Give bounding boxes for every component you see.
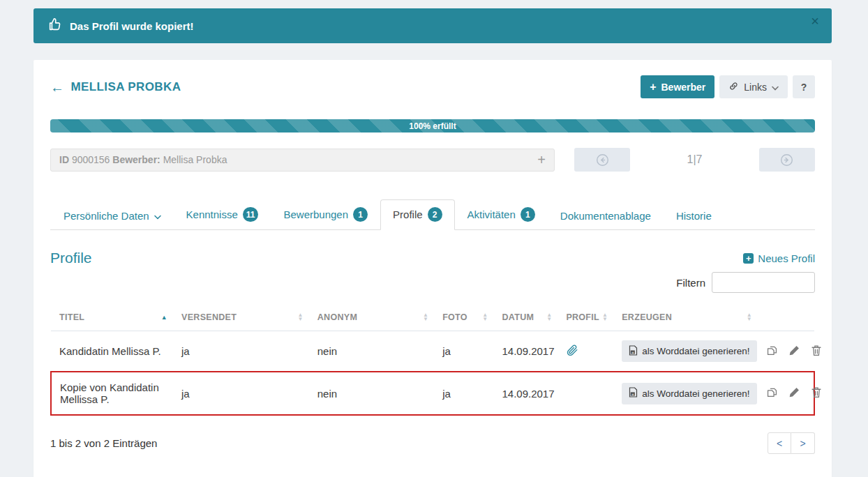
word-file-icon: w [629, 345, 638, 358]
sort-icon: ▲▼ [546, 313, 552, 321]
cell-profil [558, 331, 613, 372]
record-pager: 1|7 [687, 153, 703, 166]
tab-label: Aktivitäten [467, 209, 516, 220]
entries-summary: 1 bis 2 von 2 Einträgen [50, 437, 157, 449]
next-record-button[interactable] [759, 148, 815, 172]
profiles-table: TITEL ▲ VERSENDET ▲▼ ANONYM ▲▼ FOTO ▲▼ D… [50, 304, 815, 416]
filter-label: Filtern [676, 277, 705, 289]
record-row: ID 9000156 Bewerber: Mellisa Probka + 1|… [50, 148, 815, 172]
generate-word-label: als Worddatei generieren! [642, 388, 749, 399]
id-value: 9000156 [72, 154, 110, 165]
pagination-prev-button[interactable]: < [768, 432, 791, 454]
copy-icon[interactable] [766, 386, 778, 398]
links-dropdown-button[interactable]: Links [719, 75, 788, 98]
cell-versendet: ja [173, 372, 309, 415]
tab-label: Bewerbungen [283, 209, 348, 220]
prev-record-button[interactable] [574, 148, 630, 172]
column-label: DATUM [502, 312, 534, 322]
expand-icon[interactable]: + [537, 152, 546, 168]
tab-badge: 2 [428, 207, 442, 222]
column-header-erzeugen[interactable]: ERZEUGEN ▲▼ [613, 304, 758, 331]
id-label: ID [59, 154, 69, 165]
delete-trash-icon[interactable] [811, 344, 822, 356]
add-bewerber-label: Bewerber [661, 82, 706, 93]
column-label: ERZEUGEN [622, 312, 672, 322]
edit-pencil-icon[interactable] [788, 386, 800, 398]
tab-badge: 11 [243, 207, 259, 222]
notification-bar: Das Profil wurde kopiert! × [33, 8, 832, 43]
generate-word-button[interactable]: w als Worddatei generieren! [622, 383, 756, 404]
plus-icon: + [650, 81, 656, 93]
copy-icon[interactable] [766, 344, 778, 356]
table-header-row: TITEL ▲ VERSENDET ▲▼ ANONYM ▲▼ FOTO ▲▼ D… [51, 304, 814, 331]
progress-label: 100% erfüllt [409, 121, 456, 131]
tab-historie[interactable]: Historie [664, 202, 724, 230]
record-select-box[interactable]: ID 9000156 Bewerber: Mellisa Probka + [50, 149, 555, 172]
panel-head: Profile + Neues Profil [50, 250, 815, 266]
tab-profile[interactable]: Profile 2 [380, 199, 455, 230]
page-title: ← MELLISA PROBKA [50, 80, 181, 94]
tab-badge: 1 [353, 207, 368, 222]
table-footer: 1 bis 2 von 2 Einträgen < > [50, 432, 815, 454]
cell-foto: ja [434, 372, 493, 415]
help-button[interactable]: ? [793, 75, 815, 98]
column-header-datum[interactable]: DATUM ▲▼ [493, 304, 558, 331]
column-label: ANONYM [317, 312, 357, 322]
word-file-icon: w [629, 387, 638, 400]
cell-datum: 14.09.2017 [493, 331, 558, 372]
edit-pencil-icon[interactable] [788, 344, 800, 356]
tab-label: Dokumentenablage [560, 210, 651, 222]
cell-profil [558, 372, 613, 415]
cell-anonym: nein [309, 331, 434, 372]
cell-titel: Kandidatin Mellissa P. [51, 331, 173, 372]
column-header-anonym[interactable]: ANONYM ▲▼ [309, 304, 434, 331]
table-row: Kandidatin Mellissa P. ja nein ja 14.09.… [51, 331, 814, 372]
tab-aktivitaeten[interactable]: Aktivitäten 1 [455, 199, 548, 230]
applicant-value: Mellisa Probka [163, 154, 227, 165]
delete-trash-icon[interactable] [811, 386, 822, 398]
tab-label: Kenntnisse [186, 209, 238, 220]
generate-word-button[interactable]: w als Worddatei generieren! [622, 340, 756, 362]
back-arrow-icon[interactable]: ← [50, 80, 64, 94]
paperclip-icon[interactable] [566, 347, 578, 358]
links-label: Links [744, 82, 767, 93]
tab-bar: Persönliche Daten Kenntnisse 11 Bewerbun… [50, 199, 815, 230]
column-header-versendet[interactable]: VERSENDET ▲▼ [173, 304, 309, 331]
cell-datum: 14.09.2017 [493, 372, 558, 415]
plus-icon: + [743, 253, 754, 264]
column-header-titel[interactable]: TITEL ▲ [51, 304, 173, 331]
cell-versendet: ja [173, 331, 309, 372]
close-icon[interactable]: × [811, 14, 819, 28]
cell-foto: ja [434, 331, 493, 372]
pagination-next-button[interactable]: > [791, 432, 815, 454]
new-profile-label: Neues Profil [758, 252, 815, 264]
cell-anonym: nein [309, 372, 434, 415]
tab-persoenliche-daten[interactable]: Persönliche Daten [51, 202, 174, 230]
filter-row: Filtern [50, 272, 815, 293]
thumbs-up-icon [47, 17, 63, 35]
cell-erzeugen: w als Worddatei generieren! [613, 372, 758, 415]
cell-actions [758, 331, 814, 372]
notification-message: Das Profil wurde kopiert! [70, 20, 194, 32]
generate-word-label: als Worddatei generieren! [642, 346, 749, 356]
tab-dokumentenablage[interactable]: Dokumentenablage [548, 202, 664, 230]
column-header-profil[interactable]: PROFIL ▲▼ [558, 304, 613, 331]
applicant-label: Bewerber: [112, 154, 160, 165]
cell-titel: Kopie von Kandidatin Mellissa P. [51, 372, 173, 415]
tab-label: Historie [676, 210, 712, 222]
new-profile-link[interactable]: + Neues Profil [743, 252, 815, 264]
tab-label: Profile [393, 209, 423, 220]
filter-input[interactable] [712, 272, 815, 293]
tab-kenntnisse[interactable]: Kenntnisse 11 [174, 199, 271, 230]
table-row-highlighted: Kopie von Kandidatin Mellissa P. ja nein… [51, 372, 814, 415]
applicant-card: ← MELLISA PROBKA + Bewerber Links [33, 60, 832, 477]
column-label: FOTO [442, 312, 467, 322]
svg-text:w: w [631, 350, 634, 354]
svg-text:w: w [631, 393, 634, 396]
column-label: PROFIL [566, 312, 599, 322]
sort-icon: ▲▼ [747, 313, 752, 321]
applicant-name: MELLISA PROBKA [70, 80, 181, 94]
tab-bewerbungen[interactable]: Bewerbungen 1 [271, 199, 380, 230]
column-header-foto[interactable]: FOTO ▲▼ [434, 304, 493, 331]
add-bewerber-button[interactable]: + Bewerber [641, 75, 714, 98]
